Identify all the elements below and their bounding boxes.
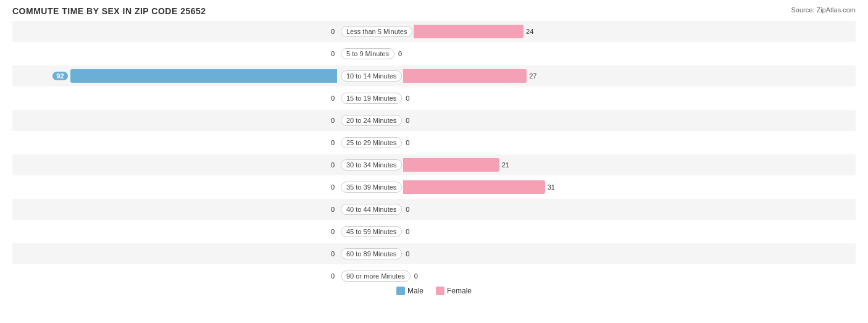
male-value: 0 [320,94,335,102]
male-value: 0 [320,161,335,169]
table-row: 035 to 39 Minutes31 [12,177,856,198]
male-value: 0 [320,272,335,280]
male-value: 0 [320,206,335,213]
female-value: 0 [406,139,420,146]
male-value: 0 [320,117,335,124]
row-label: 90 or more Minutes [341,271,411,282]
female-section: 0 [412,269,856,283]
row-label: 25 to 29 Minutes [341,137,402,148]
female-section: 0 [403,225,856,238]
male-section: 0 [12,43,340,64]
female-section: 0 [403,91,856,105]
female-value: 21 [502,161,517,169]
row-label: 30 to 34 Minutes [341,159,402,170]
legend-male-box [396,287,405,295]
female-section: 31 [403,180,856,194]
female-section: 0 [403,136,856,149]
legend: Male Female [12,287,856,295]
female-value: 0 [406,206,420,213]
male-section: 0 [12,110,340,131]
female-section: 0 [396,47,856,61]
chart-area: 0Less than 5 Minutes2405 to 9 Minutes092… [12,21,856,274]
female-value: 0 [398,50,413,57]
male-section: 0 [12,199,340,220]
male-value: 0 [320,250,335,258]
female-section: 0 [403,203,856,216]
source-label: Source: ZipAtlas.com [791,6,856,14]
table-row: 0Less than 5 Minutes24 [12,21,856,42]
male-value: 0 [320,28,335,35]
table-row: 030 to 34 Minutes21 [12,154,856,175]
male-section: 0 [12,266,340,287]
female-value: 24 [526,28,541,35]
legend-male: Male [396,287,424,295]
female-section: 0 [403,114,856,127]
female-section: 0 [403,247,856,261]
legend-male-label: Male [407,287,424,295]
legend-female-label: Female [447,287,472,295]
table-row: 05 to 9 Minutes0 [12,43,856,64]
male-bar [70,69,337,83]
table-row: 9210 to 14 Minutes27 [12,65,856,86]
female-bar [414,25,524,38]
female-bar [403,180,545,194]
table-row: 090 or more Minutes0 [12,266,856,287]
female-bar [403,158,499,172]
female-bar [403,69,527,83]
female-value: 31 [548,183,562,191]
female-section: 24 [414,25,856,38]
row-label: 5 to 9 Minutes [341,48,394,59]
row-label: 20 to 24 Minutes [341,115,402,126]
row-label: 45 to 59 Minutes [341,226,402,237]
female-value: 0 [406,94,420,102]
male-value: 0 [320,183,335,191]
male-section: 0 [12,243,340,264]
table-row: 060 to 89 Minutes0 [12,243,856,264]
female-value: 0 [406,117,420,124]
table-row: 040 to 44 Minutes0 [12,199,856,220]
male-value: 0 [320,228,335,235]
male-section: 0 [12,221,340,242]
chart-container: COMMUTE TIME BY SEX IN ZIP CODE 25652 So… [0,0,868,323]
row-label: Less than 5 Minutes [341,26,412,37]
row-label: 40 to 44 Minutes [341,204,402,215]
legend-female-box [436,287,444,295]
table-row: 045 to 59 Minutes0 [12,221,856,242]
male-value: 0 [320,50,335,57]
male-section: 0 [12,154,340,175]
female-value: 27 [529,72,544,80]
male-value: 92 [52,72,67,80]
female-section: 21 [403,158,856,172]
male-section: 0 [12,88,340,109]
table-row: 020 to 24 Minutes0 [12,110,856,131]
row-label: 10 to 14 Minutes [341,70,402,82]
female-value: 0 [406,250,420,258]
table-row: 015 to 19 Minutes0 [12,88,856,109]
row-label: 15 to 19 Minutes [341,93,402,104]
row-label: 35 to 39 Minutes [341,182,402,193]
female-section: 27 [403,69,856,83]
legend-female: Female [436,287,472,295]
female-value: 0 [406,228,420,235]
male-section: 0 [12,177,340,198]
male-section: 0 [12,21,340,42]
male-section: 92 [12,65,340,86]
female-value: 0 [414,272,429,280]
male-value: 0 [320,139,335,146]
chart-title: COMMUTE TIME BY SEX IN ZIP CODE 25652 [12,6,856,16]
male-section: 0 [12,132,340,153]
table-row: 025 to 29 Minutes0 [12,132,856,153]
row-label: 60 to 89 Minutes [341,248,402,259]
